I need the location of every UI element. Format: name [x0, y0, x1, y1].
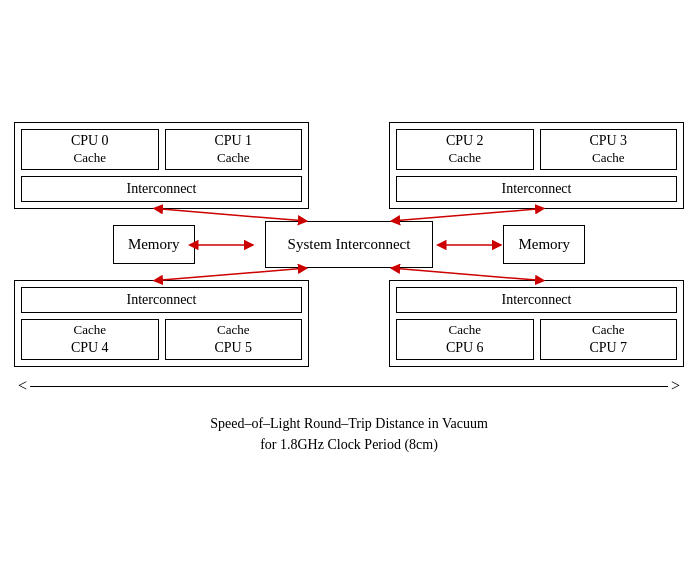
cache2-label: Cache: [401, 150, 529, 167]
cpu1-box: CPU 1 Cache: [165, 129, 303, 170]
svg-line-8: [162, 268, 307, 280]
cpu6-box: Cache CPU 6: [396, 319, 534, 360]
memory-left: Memory: [113, 225, 195, 264]
cpu7-box: Cache CPU 7: [540, 319, 678, 360]
bottom-right-cluster: Interconnect Cache CPU 6 Cache CPU 7: [389, 280, 684, 367]
cpu0-box: CPU 0 Cache: [21, 129, 159, 170]
cache0-label: Cache: [26, 150, 154, 167]
cpu3-label: CPU 3: [545, 132, 673, 150]
span-line: [30, 386, 668, 387]
system-interconnect: System Interconnect: [265, 221, 434, 268]
cache1-label: Cache: [170, 150, 298, 167]
cpu4-box: Cache CPU 4: [21, 319, 159, 360]
svg-line-7: [391, 209, 536, 221]
caption-line2: for 1.8GHz Clock Period (8cm): [14, 434, 684, 455]
cache6-label: Cache: [401, 322, 529, 339]
svg-line-9: [391, 268, 536, 280]
cpu1-label: CPU 1: [170, 132, 298, 150]
cpu2-label: CPU 2: [401, 132, 529, 150]
cache7-label: Cache: [545, 322, 673, 339]
middle-row: Memory System Interconnect: [14, 221, 684, 268]
caption-line1: Speed–of–Light Round–Trip Distance in Va…: [14, 413, 684, 434]
top-left-cluster: CPU 0 Cache CPU 1 Cache Interconnect: [14, 122, 309, 209]
left-arrows-svg: [195, 230, 255, 260]
span-arrow: < >: [18, 377, 680, 395]
cache5-label: Cache: [170, 322, 298, 339]
cache4-label: Cache: [26, 322, 154, 339]
cpu4-label: CPU 4: [26, 339, 154, 357]
cache3-label: Cache: [545, 150, 673, 167]
left-arrow-head: <: [18, 377, 27, 395]
top-left-interconnect: Interconnect: [21, 176, 302, 202]
cpu5-box: Cache CPU 5: [165, 319, 303, 360]
cpu5-label: CPU 5: [170, 339, 298, 357]
top-right-interconnect: Interconnect: [396, 176, 677, 202]
bottom-left-interconnect: Interconnect: [21, 287, 302, 313]
top-right-cluster: CPU 2 Cache CPU 3 Cache Interconnect: [389, 122, 684, 209]
cpu0-label: CPU 0: [26, 132, 154, 150]
right-arrows-svg: [443, 230, 503, 260]
memory-right: Memory: [503, 225, 585, 264]
svg-line-6: [162, 209, 307, 221]
caption: Speed–of–Light Round–Trip Distance in Va…: [14, 413, 684, 455]
right-arrow-head: >: [671, 377, 680, 395]
cpu6-label: CPU 6: [401, 339, 529, 357]
cpu7-label: CPU 7: [545, 339, 673, 357]
cpu3-box: CPU 3 Cache: [540, 129, 678, 170]
cpu2-box: CPU 2 Cache: [396, 129, 534, 170]
bottom-left-cluster: Interconnect Cache CPU 4 Cache CPU 5: [14, 280, 309, 367]
bottom-right-interconnect: Interconnect: [396, 287, 677, 313]
